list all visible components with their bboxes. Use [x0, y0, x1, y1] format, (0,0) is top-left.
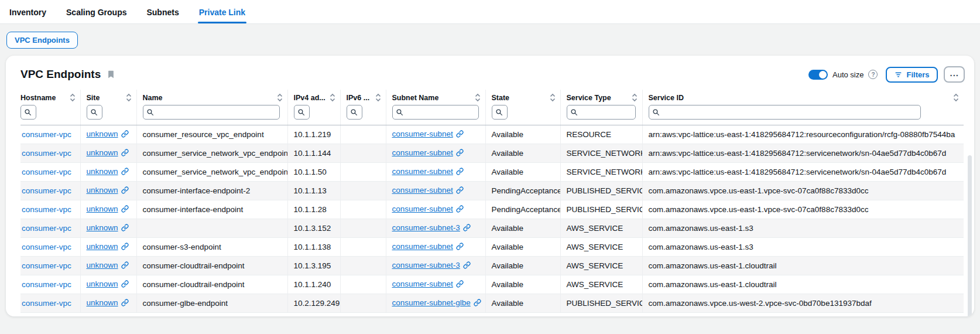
subnet-link[interactable]: consumer-subnet-glbe [392, 298, 471, 307]
sort-icon[interactable] [475, 93, 481, 102]
column-header-ipv4[interactable]: IPv4 ad... [287, 90, 340, 103]
hostname-link[interactable]: consumer-vpc [22, 168, 71, 176]
ipv4-address: 10.1.3.152 [294, 224, 331, 233]
column-header-name[interactable]: Name [136, 90, 287, 103]
search-input-subnet_name[interactable] [392, 105, 479, 120]
tab-private-link[interactable]: Private Link [198, 2, 246, 23]
site-link[interactable]: unknown [87, 205, 118, 213]
site-link[interactable]: unknown [87, 129, 118, 138]
search-field-subnet_name[interactable] [406, 107, 475, 117]
auto-size-toggle[interactable] [808, 70, 828, 80]
vertical-scrollbar[interactable] [968, 155, 972, 316]
search-input-hostname[interactable] [20, 105, 36, 120]
link-icon [121, 299, 129, 308]
cell-ipv4: 10.1.1.240 [287, 275, 340, 294]
service-type-value: AWS_SERVICE [567, 224, 623, 233]
sort-icon[interactable] [953, 93, 959, 102]
subnet-link[interactable]: consumer-subnet [392, 167, 453, 176]
search-field-name[interactable] [156, 107, 276, 117]
column-header-service_id[interactable]: Service ID [642, 90, 964, 103]
link-icon [463, 261, 471, 271]
ipv4-address: 10.1.1.144 [294, 149, 331, 158]
subnet-link[interactable]: consumer-subnet [392, 280, 453, 288]
site-link[interactable]: unknown [87, 167, 118, 176]
search-input-service_id[interactable] [649, 105, 921, 120]
tab-subnets[interactable]: Subnets [145, 2, 180, 23]
site-link[interactable]: unknown [87, 223, 118, 232]
cell-ipv6 [340, 182, 386, 200]
table-row: consumer-vpcunknownconsumer-s3-endpoint1… [20, 238, 964, 257]
subnet-link[interactable]: consumer-subnet [392, 242, 453, 251]
column-header-state[interactable]: State [485, 90, 560, 103]
sort-icon[interactable] [330, 93, 335, 102]
tab-scaling-groups[interactable]: Scaling Groups [65, 2, 128, 23]
site-link[interactable]: unknown [87, 280, 118, 288]
column-header-ipv6[interactable]: IPv6 ... [340, 90, 386, 103]
site-link[interactable]: unknown [87, 148, 118, 157]
column-label: Hostname [20, 94, 56, 102]
column-label: IPv4 ad... [294, 94, 325, 102]
subnet-link[interactable]: consumer-subnet [392, 148, 453, 157]
search-field-service_id[interactable] [662, 107, 917, 117]
hostname-link[interactable]: consumer-vpc [22, 224, 71, 233]
hostname-link[interactable]: consumer-vpc [22, 130, 71, 139]
hostname-link[interactable]: consumer-vpc [22, 243, 71, 251]
sort-icon[interactable] [632, 93, 638, 102]
cell-service-id: com.amazonaws.us-east-1.s3 [642, 219, 964, 238]
cell-ipv6 [340, 144, 386, 163]
hostname-link[interactable]: consumer-vpc [22, 186, 71, 195]
site-link[interactable]: unknown [87, 298, 118, 307]
search-input-site[interactable] [87, 105, 102, 120]
link-icon [121, 149, 129, 158]
top-tab-bar: InventoryScaling GroupsSubnetsPrivate Li… [0, 0, 980, 24]
site-link[interactable]: unknown [87, 186, 118, 195]
sort-icon[interactable] [375, 93, 381, 102]
column-header-hostname[interactable]: Hostname [20, 90, 80, 103]
column-header-service_type[interactable]: Service Type [560, 90, 642, 103]
subnet-link[interactable]: consumer-subnet [392, 205, 453, 213]
column-header-subnet_name[interactable]: Subnet Name [386, 90, 485, 103]
subnet-link[interactable]: consumer-subnet-3 [392, 223, 460, 232]
search-input-state[interactable] [492, 105, 508, 120]
hostname-link[interactable]: consumer-vpc [22, 299, 71, 308]
cell-state: Available [485, 125, 560, 144]
subnet-link[interactable]: consumer-subnet-3 [392, 261, 460, 270]
hostname-link[interactable]: consumer-vpc [22, 280, 71, 289]
cell-state: Available [485, 294, 560, 313]
search-input-ipv4[interactable] [294, 105, 310, 120]
search-input-service_type[interactable] [567, 105, 636, 120]
search-input-ipv6[interactable] [347, 105, 362, 120]
tab-inventory[interactable]: Inventory [8, 2, 47, 23]
more-actions-button[interactable]: ... [944, 66, 965, 83]
filters-button[interactable]: Filters [886, 67, 938, 83]
hostname-link[interactable]: consumer-vpc [22, 261, 71, 270]
subnet-link[interactable]: consumer-subnet [392, 129, 453, 138]
sort-icon[interactable] [126, 93, 132, 102]
site-link[interactable]: unknown [87, 261, 118, 270]
hostname-link[interactable]: consumer-vpc [22, 205, 71, 214]
search-icon [297, 108, 305, 116]
subnet-link[interactable]: consumer-subnet [392, 186, 453, 195]
column-filter-ipv4 [287, 103, 340, 125]
sort-icon[interactable] [277, 93, 283, 102]
info-icon[interactable]: ? [868, 70, 878, 79]
cell-subnet-name: consumer-subnet [386, 238, 485, 257]
auto-size-label: Auto size [832, 70, 864, 79]
sort-icon[interactable] [550, 93, 556, 102]
cell-ipv4: 10.1.1.138 [287, 238, 340, 257]
hostname-link[interactable]: consumer-vpc [22, 149, 71, 158]
cell-ipv4: 10.1.1.144 [287, 144, 340, 163]
sort-icon[interactable] [70, 93, 76, 102]
ipv4-address: 10.1.1.240 [294, 280, 331, 289]
column-header-site[interactable]: Site [80, 90, 136, 103]
search-field-service_type[interactable] [580, 107, 632, 117]
bookmark-icon[interactable] [107, 70, 115, 79]
vpc-endpoints-chip[interactable]: VPC Endpoints [6, 32, 78, 49]
column-label: Name [143, 94, 163, 102]
site-link[interactable]: unknown [87, 242, 118, 251]
cell-hostname: consumer-vpc [20, 294, 80, 313]
search-icon [90, 108, 98, 116]
ipv4-address: 10.1.1.138 [294, 243, 331, 251]
cell-ipv6 [340, 125, 386, 144]
search-input-name[interactable] [143, 105, 280, 120]
